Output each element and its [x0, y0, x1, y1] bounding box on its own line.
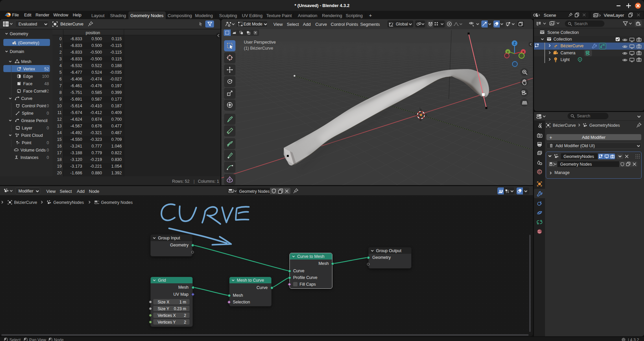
svg-text:Y: Y: [507, 50, 509, 54]
svg-text:Z: Z: [514, 42, 516, 45]
